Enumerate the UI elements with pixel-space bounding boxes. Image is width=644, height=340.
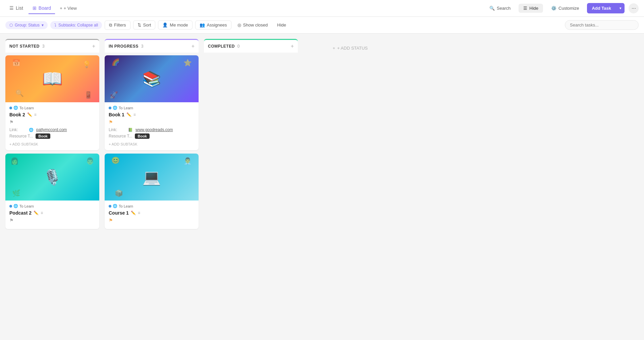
card-book2-flag: ⚑ <box>9 119 95 125</box>
book2-link-globe-icon: 🌐 <box>29 128 34 132</box>
toolbar-hide-button[interactable]: Hide <box>274 21 289 29</box>
podcast2-dot <box>9 205 12 208</box>
book1-link-globe-icon: 📗 <box>128 128 133 132</box>
search-tasks-input[interactable] <box>565 20 639 30</box>
me-mode-button[interactable]: 👤 Me mode <box>158 20 192 30</box>
add-card-completed-icon[interactable]: + <box>291 43 294 49</box>
card-book1-title: Book 1 ✏️ ≡ <box>109 112 195 117</box>
in-progress-count: 3 <box>141 44 144 49</box>
filters-button[interactable]: ⧉ Filters <box>105 20 130 30</box>
sort-button[interactable]: ⇅ Sort <box>133 20 156 30</box>
card-book1-flag: ⚑ <box>109 119 195 125</box>
book2-dot <box>9 107 12 109</box>
column-title-in-progress: IN PROGRESS 3 <box>109 44 144 49</box>
add-task-label: Add Task <box>587 3 616 13</box>
podcast2-emoji: 🎙️ <box>43 168 62 186</box>
add-view-button[interactable]: + + View <box>56 4 80 13</box>
board-area: NOT STARTED 3 + 📖 📅 💡 🔍 📱 🌐 <box>0 34 644 340</box>
top-right-actions: 🔍 Search ☰ Hide ⚙️ Customize Add Task ▾ … <box>485 3 639 13</box>
board-icon: ⊞ <box>33 5 37 11</box>
book1-link-url[interactable]: www.goodreads.com <box>136 127 173 132</box>
column-header-completed: COMPLETED 0 + <box>204 39 298 53</box>
column-completed: COMPLETED 0 + <box>204 39 298 58</box>
hide-icon: ☰ <box>523 6 527 11</box>
customize-button[interactable]: ⚙️ Customize <box>547 4 583 13</box>
add-status-label: + ADD STATUS <box>337 46 368 51</box>
card-book1[interactable]: 📚 🌈 ⭐ 🚀 🌐 To Learn Book 1 ✏️ ≡ <box>105 55 199 150</box>
book2-edit-icon[interactable]: ✏️ <box>27 112 32 117</box>
add-card-in-progress-icon[interactable]: + <box>192 43 195 49</box>
p2deco2: 👨 <box>86 157 94 165</box>
card-book2-image: 📖 📅 💡 🔍 📱 <box>5 55 99 102</box>
deco1: 📅 <box>12 59 20 67</box>
card-book2-body: 🌐 To Learn Book 2 ✏️ ≡ ⚑ Link: 🌐 pat <box>5 102 99 150</box>
search-button[interactable]: 🔍 Search <box>485 4 515 13</box>
column-header-not-started: NOT STARTED 3 + <box>5 39 99 53</box>
plus-icon: + <box>60 6 62 11</box>
nav-tabs: ☰ List ⊞ Board + + View <box>5 3 483 14</box>
book1-title-text: Book 1 <box>109 112 124 117</box>
group-status-chip[interactable]: ⬡ Group: Status ▾ <box>5 21 48 29</box>
book1-emoji: 📚 <box>142 70 161 88</box>
book2-link-url[interactable]: pattymccord.com <box>36 127 67 132</box>
not-started-title: NOT STARTED <box>9 44 40 49</box>
tab-list[interactable]: ☰ List <box>5 3 27 14</box>
assignees-button[interactable]: 👥 Assignees <box>195 20 231 30</box>
book1-edit-icon[interactable]: ✏️ <box>126 112 131 117</box>
settings-icon: ⚙️ <box>551 6 556 11</box>
book1-add-subtask[interactable]: + ADD SUBTASK <box>109 141 195 147</box>
b1deco3: 🚀 <box>110 91 118 99</box>
check-circle-icon: ◎ <box>237 22 241 27</box>
card-course1[interactable]: 💻 😊 👨‍💼 📦 🌐 To Learn Course 1 ✏️ ≡ <box>105 154 199 229</box>
me-mode-label: Me mode <box>170 22 188 27</box>
book1-tag-icon: 🌐 <box>113 106 117 110</box>
course1-more-icon[interactable]: ≡ <box>138 211 140 215</box>
subtasks-chip[interactable]: ⤵ Subtasks: Collapse all <box>50 21 102 29</box>
toolbar-hide-label: Hide <box>277 22 286 27</box>
add-card-not-started-icon[interactable]: + <box>92 43 95 49</box>
sort-label: Sort <box>143 22 151 27</box>
course1-edit-icon[interactable]: ✏️ <box>131 211 136 215</box>
course1-dot <box>109 205 111 208</box>
book1-more-icon[interactable]: ≡ <box>133 112 136 117</box>
book1-resource-badge: Book <box>135 133 150 139</box>
subtasks-label: Subtasks: Collapse all <box>58 23 98 27</box>
chevron-down-icon: ▾ <box>42 23 44 27</box>
podcast2-edit-icon[interactable]: ✏️ <box>34 211 39 215</box>
add-task-dropdown-icon[interactable]: ▾ <box>616 4 625 13</box>
in-progress-title: IN PROGRESS <box>109 44 139 49</box>
more-options-button[interactable]: ⋯ <box>629 3 639 13</box>
book2-more-icon[interactable]: ≡ <box>34 112 37 117</box>
show-closed-button[interactable]: ◎ Show closed <box>234 21 271 29</box>
column-not-started: NOT STARTED 3 + 📖 📅 💡 🔍 📱 🌐 <box>5 39 99 235</box>
group-icon: ⬡ <box>9 23 13 27</box>
completed-cards <box>204 53 298 58</box>
assignees-icon: 👥 <box>200 22 205 27</box>
podcast2-tag-icon: 🌐 <box>13 204 18 208</box>
deco3: 🔍 <box>15 89 24 97</box>
add-view-label: + View <box>64 6 77 11</box>
book1-tag-text: To Learn <box>119 106 133 110</box>
list-icon: ☰ <box>9 5 14 11</box>
card-book2-tags: 🌐 To Learn <box>9 106 95 110</box>
search-label: Search <box>497 6 511 11</box>
card-book2-title: Book 2 ✏️ ≡ <box>9 112 95 117</box>
tab-board[interactable]: ⊞ Board <box>29 3 55 14</box>
not-started-cards: 📖 📅 💡 🔍 📱 🌐 To Learn Book 2 ✏️ <box>5 53 99 235</box>
podcast2-more-icon[interactable]: ≡ <box>41 211 43 215</box>
card-book1-image: 📚 🌈 ⭐ 🚀 <box>105 55 199 102</box>
card-book2[interactable]: 📖 📅 💡 🔍 📱 🌐 To Learn Book 2 ✏️ <box>5 55 99 150</box>
book2-add-subtask[interactable]: + ADD SUBTASK <box>9 141 95 147</box>
card-podcast2-flag: ⚑ <box>9 218 95 223</box>
hide-button[interactable]: ☰ Hide <box>519 4 543 13</box>
add-task-button[interactable]: Add Task ▾ <box>587 3 625 13</box>
add-status-button[interactable]: + + ADD STATUS <box>326 42 375 54</box>
card-podcast2[interactable]: 🎙️ 👩 👨 🌿 🌐 To Learn Podcast 2 ✏️ ≡ <box>5 154 99 229</box>
card-podcast2-image: 🎙️ 👩 👨 🌿 <box>5 154 99 201</box>
book1-link-label: Link: <box>109 127 125 132</box>
course1-title-text: Course 1 <box>109 210 129 216</box>
column-title-completed: COMPLETED 0 <box>208 44 240 49</box>
deco4: 📱 <box>84 91 93 99</box>
group-label: Group: Status <box>15 23 40 27</box>
card-book1-body: 🌐 To Learn Book 1 ✏️ ≡ ⚑ Link: 📗 www <box>105 102 199 150</box>
